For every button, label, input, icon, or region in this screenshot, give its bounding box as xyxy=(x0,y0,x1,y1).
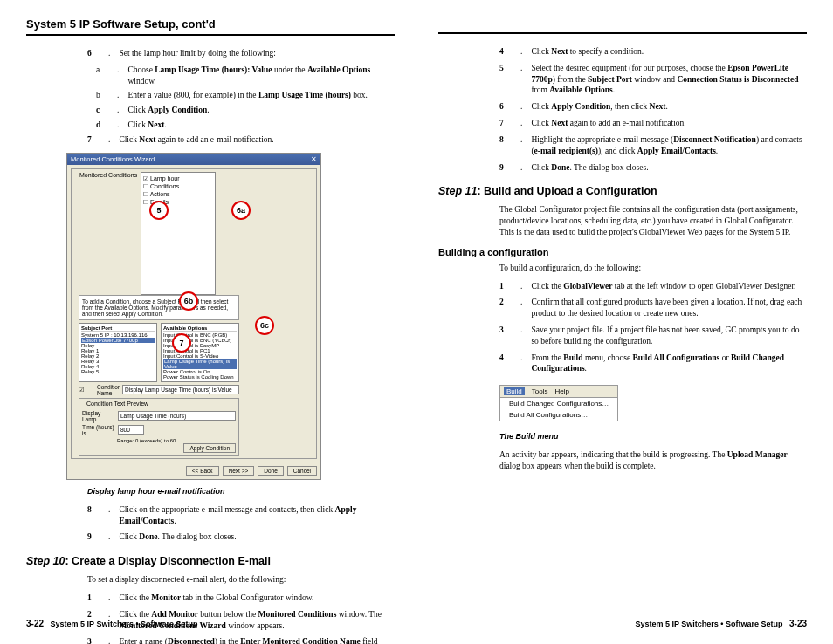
menu-item[interactable]: Build All Configurations… xyxy=(500,409,617,421)
t: Enter a value (800, for example) in the … xyxy=(127,90,368,101)
t: Click the Monitor tab in the Global Conf… xyxy=(119,593,313,604)
t: To build a configuration, do the followi… xyxy=(499,263,807,274)
t: Enter a name (Disconnected) in the Enter… xyxy=(119,636,395,644)
t: Click Next to specify a condition. xyxy=(531,46,644,58)
step-10-heading: Step 10: Create a Display Disconnection … xyxy=(26,555,395,567)
figure-caption: Display lamp hour e-mail notification xyxy=(87,487,395,496)
back-button[interactable]: << Back xyxy=(186,466,219,476)
t: Click Done. The dialog box closes. xyxy=(119,531,236,543)
menu-caption: The Build menu xyxy=(499,432,807,441)
t: Click the GlobalViewer tab at the left w… xyxy=(531,281,795,292)
t: Click Apply Condition. xyxy=(127,105,209,116)
t: Click Next. xyxy=(127,120,166,131)
menu-item[interactable]: Build Changed Configurations… xyxy=(500,398,617,409)
t: Confirm that all configured products hav… xyxy=(531,297,807,319)
apply-condition[interactable]: Apply Condition xyxy=(183,443,236,453)
t: An activity bar appears, indicating that… xyxy=(499,449,807,472)
step-11-heading: Step 11: Build and Upload a Configuratio… xyxy=(438,185,807,197)
t: Save your project file. If a project fil… xyxy=(531,325,807,347)
build-menu[interactable]: BuildToolsHelp Build Changed Configurati… xyxy=(499,385,618,421)
t: Set the lamp hour limit by doing the fol… xyxy=(119,48,275,59)
t: From the Build menu, choose Build All Co… xyxy=(531,353,807,375)
done-button[interactable]: Done xyxy=(258,466,284,476)
footer-right: System 5 IP Switchers • Software Setup 3… xyxy=(635,619,807,628)
cancel-button[interactable]: Cancel xyxy=(287,466,317,476)
close-icon[interactable]: ✕ xyxy=(311,155,317,163)
t: Choose Lamp Usage Time (hours): Value un… xyxy=(127,65,395,87)
wizard-figure: Monitored Conditions Wizard✕ Monitored C… xyxy=(66,153,321,480)
t: Click Next again to add an e-mail notifi… xyxy=(119,134,273,146)
value-input[interactable]: 800 xyxy=(118,425,144,435)
t: The Global Configurator project file con… xyxy=(499,204,807,237)
available-options[interactable]: Available Options Input Control is BNC (… xyxy=(161,323,239,382)
t: Click Apply Condition, then click Next. xyxy=(531,101,668,113)
subject-port[interactable]: Subject Port System 5 IP : 10.13.196.116… xyxy=(79,323,157,382)
t: Click Next again to add an e-mail notifi… xyxy=(531,118,685,129)
next-button[interactable]: Next >> xyxy=(223,466,255,476)
t: Click on the appropriate e-mail message … xyxy=(119,504,395,527)
cond-name[interactable]: Display Lamp Usage Time (hours) is Value xyxy=(122,385,239,394)
tree[interactable]: ☑ Lamp hour☐ Conditions☐ Actions☐ Emails xyxy=(141,172,216,295)
t: To set a display disconnected e-mail ale… xyxy=(87,574,395,586)
t: Click Done. The dialog box closes. xyxy=(531,162,648,174)
t: Select the desired equipment (for our pu… xyxy=(531,63,807,96)
footer-left: 3-22 System 5 IP Switchers • Software Se… xyxy=(26,619,198,628)
t: Highlight the appropriate e-mail message… xyxy=(531,134,807,157)
subhead: Building a configuration xyxy=(438,247,807,257)
page-title: System 5 IP Software Setup, cont'd xyxy=(26,17,395,36)
